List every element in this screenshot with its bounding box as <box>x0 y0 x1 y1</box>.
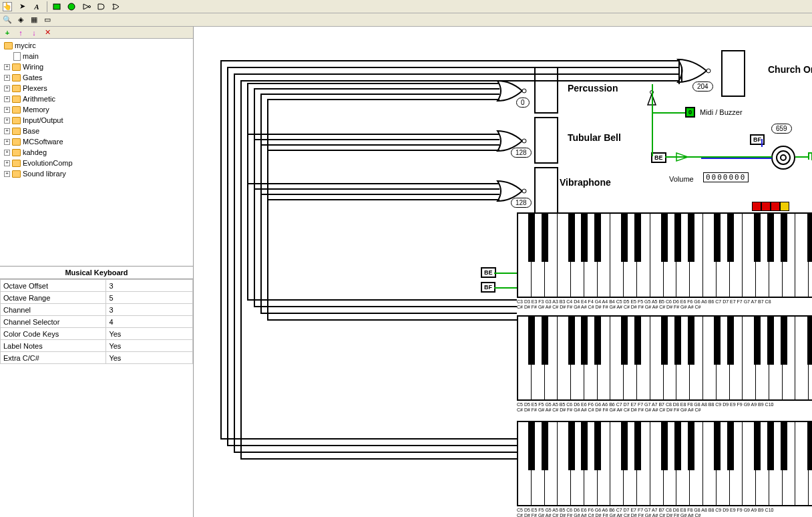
black-key[interactable] <box>528 317 535 365</box>
expander-icon[interactable]: + <box>4 139 10 145</box>
tree-folder[interactable]: +Wiring <box>1 61 192 72</box>
black-key[interactable] <box>634 317 641 365</box>
keyboard-1[interactable] <box>517 212 812 298</box>
zoom-in-icon[interactable]: 🔍 <box>3 15 12 25</box>
tree-folder[interactable]: +Memory <box>1 104 192 115</box>
property-value[interactable]: 5 <box>106 292 193 304</box>
property-value[interactable]: Yes <box>106 352 193 364</box>
black-key[interactable] <box>581 317 588 365</box>
black-key[interactable] <box>661 422 668 470</box>
black-key[interactable] <box>621 422 628 470</box>
black-key[interactable] <box>781 317 787 365</box>
or-gate-icon[interactable] <box>112 2 121 11</box>
black-key[interactable] <box>714 317 721 365</box>
property-row[interactable]: Octave Range5 <box>1 292 193 304</box>
tree-folder[interactable]: +Arithmetic <box>1 94 192 104</box>
black-key[interactable] <box>674 317 681 365</box>
black-key[interactable] <box>594 214 601 262</box>
black-key[interactable] <box>661 214 668 262</box>
expander-icon[interactable]: + <box>4 75 10 81</box>
delete-icon[interactable]: ✕ <box>43 28 52 37</box>
page-icon[interactable]: ▭ <box>43 15 52 25</box>
black-key[interactable] <box>568 317 575 365</box>
black-key[interactable] <box>542 214 548 262</box>
black-key[interactable] <box>781 422 787 470</box>
expander-icon[interactable]: + <box>4 171 10 177</box>
tree-folder[interactable]: +Plexers <box>1 83 192 94</box>
black-key[interactable] <box>661 317 668 365</box>
black-key[interactable] <box>581 422 588 470</box>
black-key[interactable] <box>688 422 694 470</box>
keyboard-3[interactable] <box>517 421 812 506</box>
subcircuit-vibraphone[interactable] <box>534 167 558 214</box>
tree-folder[interactable]: +kahdeg <box>1 147 192 158</box>
black-key[interactable] <box>688 214 694 262</box>
property-row[interactable]: Extra C/C#Yes <box>1 352 193 364</box>
keyboard-2[interactable] <box>517 315 812 401</box>
and-gate-icon[interactable] <box>97 2 106 11</box>
tree-root[interactable]: mycirc <box>1 40 192 51</box>
black-key[interactable] <box>634 422 641 470</box>
zoom-tool-icon[interactable]: ◈ <box>16 15 25 25</box>
pin-output-icon[interactable] <box>67 2 77 11</box>
expander-icon[interactable]: + <box>4 128 10 134</box>
black-key[interactable] <box>594 317 601 365</box>
poke-tool-icon[interactable]: 👆 <box>3 2 12 11</box>
property-row[interactable]: Color Code KeysYes <box>1 328 193 340</box>
black-key[interactable] <box>754 317 761 365</box>
tree-folder[interactable]: +Sound library <box>1 168 192 179</box>
circuit-canvas[interactable]: Percussion Tubular Bell Vibraphone Churc… <box>194 27 812 517</box>
black-key[interactable] <box>727 317 734 365</box>
tree-folder[interactable]: +Base <box>1 126 192 136</box>
black-key[interactable] <box>807 317 812 365</box>
property-value[interactable]: 3 <box>106 304 193 316</box>
or-gate-4[interactable] <box>674 57 712 84</box>
project-tree[interactable]: mycirc main +Wiring+Gates+Plexers+Arithm… <box>0 39 193 266</box>
tree-folder[interactable]: +MCSoftware <box>1 136 192 147</box>
tree-main[interactable]: main <box>1 51 192 61</box>
down-icon[interactable]: ↓ <box>29 28 39 37</box>
up-icon[interactable]: ↑ <box>16 28 25 37</box>
speaker-icon[interactable] <box>771 146 795 170</box>
black-key[interactable] <box>542 422 548 470</box>
black-key[interactable] <box>581 214 588 262</box>
not-gate-icon[interactable] <box>82 2 91 11</box>
black-key[interactable] <box>727 214 734 262</box>
black-key[interactable] <box>594 422 601 470</box>
expander-icon[interactable]: + <box>4 107 10 113</box>
pin-midi[interactable]: 0 <box>685 107 695 118</box>
property-row[interactable]: Channel3 <box>1 304 193 316</box>
black-key[interactable] <box>621 214 628 262</box>
subcircuit-organ[interactable] <box>721 50 745 97</box>
black-key[interactable] <box>807 422 812 470</box>
black-key[interactable] <box>568 422 575 470</box>
subcircuit-tubular[interactable] <box>534 117 558 164</box>
property-value[interactable]: 4 <box>106 316 193 328</box>
black-key[interactable] <box>727 422 734 470</box>
tree-folder[interactable]: +Input/Output <box>1 115 192 126</box>
expander-icon[interactable]: + <box>4 160 10 166</box>
black-key[interactable] <box>621 317 628 365</box>
expander-icon[interactable]: + <box>4 118 10 124</box>
expander-icon[interactable]: + <box>4 96 10 102</box>
add-icon[interactable]: + <box>3 28 12 37</box>
black-key[interactable] <box>754 422 761 470</box>
property-value[interactable]: Yes <box>106 328 193 340</box>
tree-folder[interactable]: +EvolutionComp <box>1 158 192 168</box>
black-key[interactable] <box>568 214 575 262</box>
black-key[interactable] <box>767 214 774 262</box>
black-key[interactable] <box>767 422 774 470</box>
property-value[interactable]: Yes <box>106 340 193 352</box>
black-key[interactable] <box>767 317 774 365</box>
expander-icon[interactable]: + <box>4 85 10 92</box>
black-key[interactable] <box>674 422 681 470</box>
pin-input-icon[interactable] <box>53 2 62 11</box>
black-key[interactable] <box>528 422 535 470</box>
black-key[interactable] <box>754 214 761 262</box>
select-tool-icon[interactable]: ➤ <box>17 2 27 11</box>
pin-bf1[interactable]: BF <box>481 282 495 293</box>
black-key[interactable] <box>714 422 721 470</box>
black-key[interactable] <box>807 214 812 262</box>
black-key[interactable] <box>714 214 721 262</box>
property-row[interactable]: Channel Selector4 <box>1 316 193 328</box>
